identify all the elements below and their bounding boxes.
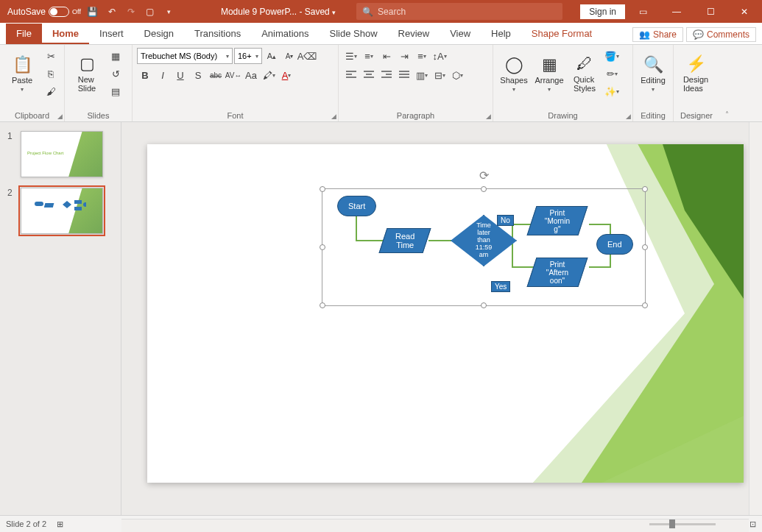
rotate-handle[interactable]: ⟳	[479, 169, 489, 182]
smartart-button[interactable]: ⬡▾	[449, 67, 465, 83]
font-size-combo[interactable]: 16+▾	[234, 48, 262, 64]
resize-handle-n[interactable]	[481, 186, 487, 192]
bold-button[interactable]: B	[137, 67, 153, 83]
font-launcher[interactable]: ◢	[331, 113, 336, 120]
maximize-button[interactable]: ☐	[694, 0, 727, 23]
shapes-button[interactable]: ◯Shapes▾	[498, 48, 530, 99]
paste-button[interactable]: 📋 Paste ▾	[4, 48, 40, 99]
shape-yes-label[interactable]: Yes	[491, 281, 510, 292]
char-spacing-button[interactable]: AV↔	[225, 67, 241, 83]
shape-no-label[interactable]: No	[497, 215, 514, 226]
tab-home[interactable]: Home	[42, 24, 89, 44]
align-center-button[interactable]	[361, 67, 377, 83]
highlight-button[interactable]: 🖍▾	[261, 67, 277, 83]
undo-icon[interactable]: ↶	[105, 4, 119, 19]
resize-handle-w[interactable]	[320, 244, 325, 250]
vertical-scrollbar[interactable]	[749, 122, 762, 515]
tab-view[interactable]: View	[440, 24, 481, 44]
drawing-launcher[interactable]: ◢	[626, 113, 631, 120]
fit-to-window-button[interactable]: ⊡	[749, 519, 756, 529]
change-case-button[interactable]: Aa	[243, 67, 259, 83]
shape-afternoon[interactable]: Print "Aftern oon"	[527, 258, 588, 287]
connector[interactable]	[589, 266, 611, 268]
align-text-button[interactable]: ⊟▾	[431, 67, 448, 83]
reset-button[interactable]: ↺	[107, 65, 124, 82]
shape-read-time[interactable]: Read Time	[378, 228, 431, 253]
columns-button[interactable]: ▥▾	[414, 67, 430, 83]
tab-help[interactable]: Help	[481, 24, 521, 44]
copy-button[interactable]: ⎘	[43, 65, 59, 82]
search-input[interactable]	[378, 7, 557, 17]
connector[interactable]	[512, 224, 513, 268]
thumbnail-2[interactable]: 2	[0, 185, 121, 241]
comments-button[interactable]: 💬Comments	[686, 27, 756, 42]
search-box[interactable]: 🔍	[356, 3, 562, 20]
autosave-toggle[interactable]: AutoSave Off	[7, 7, 81, 17]
slide[interactable]: ⟳ Start Read Time Time l	[147, 144, 744, 483]
signin-button[interactable]: Sign in	[580, 4, 625, 19]
font-name-combo[interactable]: Trebuchet MS (Body)▾	[137, 48, 233, 64]
share-button[interactable]: 👥Share	[632, 27, 683, 42]
layout-button[interactable]: ▦	[107, 48, 124, 64]
start-from-beginning-icon[interactable]: ▢	[143, 4, 158, 19]
line-spacing-button[interactable]: ≡▾	[414, 48, 430, 64]
clipboard-launcher[interactable]: ◢	[57, 113, 63, 120]
shape-fill-button[interactable]: 🪣▾	[604, 48, 620, 64]
paragraph-launcher[interactable]: ◢	[486, 113, 491, 120]
shrink-font-button[interactable]: A▾	[281, 48, 297, 64]
minimize-button[interactable]: —	[660, 0, 693, 23]
quick-styles-button[interactable]: 🖊Quick Styles	[568, 48, 601, 99]
clear-format-button[interactable]: A⌫	[299, 48, 315, 64]
connector[interactable]	[512, 266, 534, 268]
tab-slideshow[interactable]: Slide Show	[319, 24, 387, 44]
tab-animations[interactable]: Animations	[251, 24, 319, 44]
tab-review[interactable]: Review	[388, 24, 440, 44]
thumbnail-1[interactable]: 1 Project Flow Chart	[0, 128, 121, 185]
underline-button[interactable]: U	[172, 67, 188, 83]
justify-button[interactable]	[396, 67, 412, 83]
resize-handle-s[interactable]	[481, 302, 487, 308]
arrange-button[interactable]: ▦Arrange▾	[533, 48, 565, 99]
close-button[interactable]: ✕	[728, 0, 761, 23]
decrease-indent-button[interactable]: ⇤	[378, 48, 395, 64]
tab-design[interactable]: Design	[134, 24, 184, 44]
slide-canvas[interactable]: ⟳ Start Read Time Time l	[121, 122, 762, 515]
editing-button[interactable]: 🔍Editing▾	[638, 48, 668, 99]
shape-morning[interactable]: Print "Mornin g"	[527, 206, 588, 235]
grow-font-button[interactable]: A▴	[264, 48, 280, 64]
resize-handle-ne[interactable]	[642, 186, 648, 192]
resize-handle-e[interactable]	[642, 244, 648, 250]
format-painter-button[interactable]: 🖌	[43, 83, 59, 99]
cut-button[interactable]: ✂	[43, 48, 59, 64]
shape-start[interactable]: Start	[337, 196, 376, 216]
shape-effects-button[interactable]: ✨▾	[604, 83, 620, 99]
save-icon[interactable]: 💾	[85, 4, 100, 19]
align-right-button[interactable]	[378, 67, 395, 83]
connector[interactable]	[589, 224, 611, 225]
text-direction-button[interactable]: ↕A▾	[431, 48, 448, 64]
tab-transitions[interactable]: Transitions	[184, 24, 251, 44]
shape-outline-button[interactable]: ✏▾	[604, 65, 620, 82]
connector[interactable]	[356, 212, 357, 241]
qat-customize-icon[interactable]: ▾	[162, 4, 177, 19]
italic-button[interactable]: I	[155, 67, 171, 83]
numbering-button[interactable]: ≡▾	[361, 48, 377, 64]
align-left-button[interactable]	[343, 67, 359, 83]
strikethrough-button[interactable]: abc	[208, 67, 224, 83]
redo-icon[interactable]: ↷	[124, 4, 138, 19]
tab-insert[interactable]: Insert	[89, 24, 134, 44]
font-color-button[interactable]: A▾	[278, 67, 294, 83]
horizontal-scrollbar[interactable]	[121, 519, 749, 532]
resize-handle-sw[interactable]	[320, 302, 325, 308]
tab-shape-format[interactable]: Shape Format	[521, 24, 602, 44]
thumbnail-panel[interactable]: 1 Project Flow Chart 2	[0, 122, 121, 515]
bullets-button[interactable]: ☰▾	[343, 48, 359, 64]
collapse-ribbon-button[interactable]: ˄	[719, 45, 734, 121]
shape-end[interactable]: End	[596, 234, 633, 255]
accessibility-icon[interactable]: ⊞	[57, 519, 63, 529]
resize-handle-se[interactable]	[642, 302, 648, 308]
increase-indent-button[interactable]: ⇥	[396, 48, 412, 64]
resize-handle-nw[interactable]	[320, 186, 325, 192]
section-button[interactable]: ▤	[107, 83, 124, 99]
ribbon-display-icon[interactable]: ▭	[627, 0, 659, 23]
